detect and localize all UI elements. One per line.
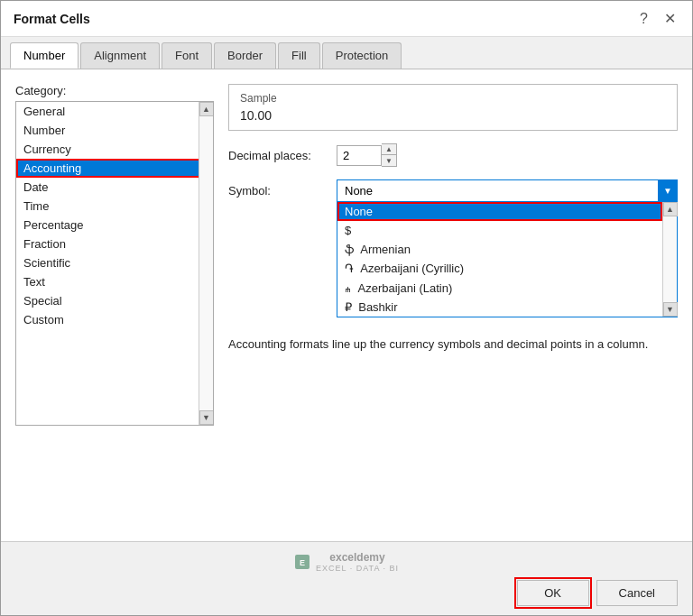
category-item-special[interactable]: Special	[16, 291, 213, 310]
symbol-container: ▼	[337, 179, 678, 202]
title-bar: Format Cells ? ✕	[1, 1, 692, 37]
category-label: Category:	[15, 84, 214, 97]
category-item-date[interactable]: Date	[16, 178, 213, 197]
dropdown-items: None $ ֆ Armenian ֏ Azerbaijani (Cyrilli…	[337, 202, 677, 317]
title-bar-buttons: ? ✕	[636, 10, 679, 27]
category-item-number[interactable]: Number	[16, 121, 213, 140]
sample-label: Sample	[240, 92, 666, 105]
ok-button[interactable]: OK	[517, 580, 589, 606]
category-list-inner: General Number Currency Accounting Date …	[16, 102, 213, 329]
watermark-subtext: EXCEL · DATA · BI	[316, 564, 399, 573]
watermark-name: exceldemy	[329, 551, 384, 564]
tab-number[interactable]: Number	[10, 42, 79, 69]
category-item-currency[interactable]: Currency	[16, 140, 213, 159]
sample-section: Sample 10.00	[228, 84, 678, 131]
description: Accounting formats line up the currency …	[228, 337, 678, 351]
category-item-percentage[interactable]: Percentage	[16, 216, 213, 234]
main-area: Category: General Number Currency Accoun…	[15, 84, 678, 527]
tab-protection[interactable]: Protection	[322, 42, 402, 69]
format-cells-dialog: Format Cells ? ✕ Number Alignment Font B…	[0, 0, 693, 616]
dropdown-scrollbar[interactable]: ▲ ▼	[662, 202, 677, 317]
symbol-dropdown-button[interactable]: ▼	[658, 179, 678, 202]
category-scrollbar[interactable]: ▲ ▼	[199, 102, 213, 425]
symbol-input[interactable]	[337, 179, 678, 202]
svg-text:E: E	[300, 558, 305, 567]
dropdown-item-azerbaijani-cyrillic[interactable]: ֏ Azerbaijani (Cyrillic)	[337, 259, 662, 279]
decimal-places-spinner: ▲ ▼	[337, 143, 397, 167]
decimal-places-row: Decimal places: ▲ ▼	[228, 143, 678, 167]
category-item-scientific[interactable]: Scientific	[16, 253, 213, 272]
tabs-bar: Number Alignment Font Border Fill Protec…	[1, 37, 692, 69]
category-item-time[interactable]: Time	[16, 197, 213, 216]
tab-fill[interactable]: Fill	[278, 42, 320, 69]
dropdown-scroll-up[interactable]: ▲	[663, 202, 678, 216]
dialog-title: Format Cells	[14, 12, 90, 26]
category-item-accounting[interactable]: Accounting	[16, 159, 213, 178]
category-item-general[interactable]: General	[16, 102, 213, 121]
close-button[interactable]: ✕	[661, 10, 679, 27]
category-panel: Category: General Number Currency Accoun…	[15, 84, 214, 527]
scroll-up-arrow[interactable]: ▲	[199, 102, 214, 116]
category-item-custom[interactable]: Custom	[16, 310, 213, 329]
help-button[interactable]: ?	[636, 10, 651, 27]
spinner-up[interactable]: ▲	[382, 144, 396, 155]
dropdown-item-azerbaijani-latin[interactable]: ₼ Azerbaijani (Latin)	[337, 279, 662, 298]
right-panel: Sample 10.00 Decimal places: ▲ ▼	[228, 84, 678, 527]
tab-content: Category: General Number Currency Accoun…	[1, 69, 692, 541]
symbol-label: Symbol:	[228, 179, 328, 198]
spinner-arrows: ▲ ▼	[382, 143, 397, 167]
scroll-track	[199, 116, 213, 410]
spinner-down[interactable]: ▼	[382, 155, 396, 166]
dropdown-scroll-down[interactable]: ▼	[663, 302, 678, 317]
dropdown-item-bashkir[interactable]: ₽ Bashkir	[337, 298, 662, 317]
symbol-row: Symbol: ▼ None $ ֆ Armenian	[228, 179, 678, 317]
bottom-area: E exceldemy EXCEL · DATA · BI OK Cancel	[1, 541, 692, 615]
tab-border[interactable]: Border	[214, 42, 276, 69]
cancel-button[interactable]: Cancel	[596, 580, 678, 606]
category-item-text[interactable]: Text	[16, 272, 213, 291]
dropdown-item-armenian[interactable]: ֆ Armenian	[337, 240, 662, 259]
tab-font[interactable]: Font	[162, 42, 212, 69]
scroll-down-arrow[interactable]: ▼	[199, 410, 214, 425]
dropdown-item-dollar[interactable]: $	[337, 221, 662, 240]
category-list[interactable]: General Number Currency Accounting Date …	[15, 101, 214, 426]
dropdown-item-none[interactable]: None	[337, 202, 662, 221]
decimal-places-input[interactable]	[337, 145, 382, 166]
decimal-places-label: Decimal places:	[228, 149, 328, 162]
buttons-row: OK Cancel	[15, 580, 678, 606]
watermark: E exceldemy EXCEL · DATA · BI	[15, 551, 678, 573]
dropdown-scroll-track	[663, 216, 677, 302]
tab-alignment[interactable]: Alignment	[80, 42, 160, 69]
exceldemy-logo-icon: E	[294, 554, 310, 570]
sample-value: 10.00	[240, 108, 666, 123]
symbol-dropdown-list[interactable]: None $ ֆ Armenian ֏ Azerbaijani (Cyrilli…	[337, 202, 678, 317]
category-item-fraction[interactable]: Fraction	[16, 234, 213, 253]
